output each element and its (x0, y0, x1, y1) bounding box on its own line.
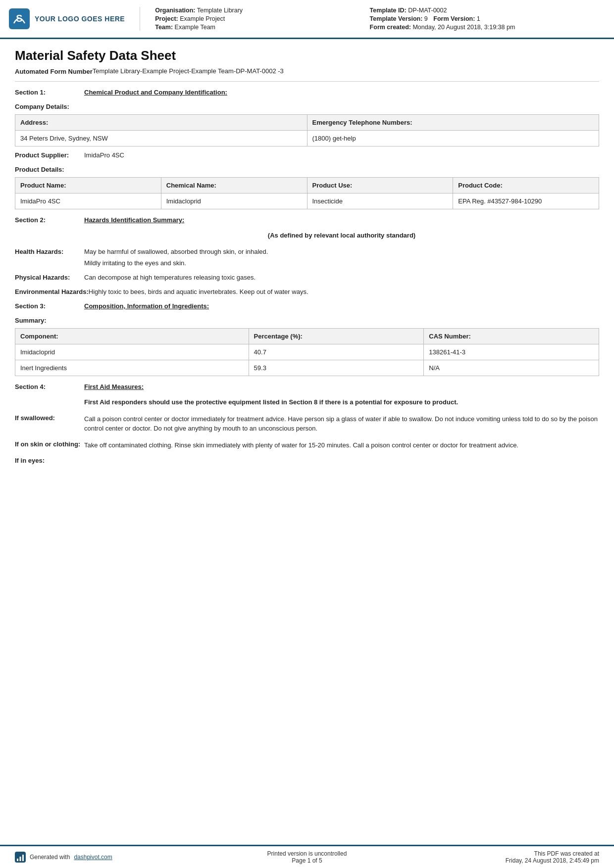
company-details-heading: Company Details: (15, 103, 599, 110)
team-row: Team: Example Team (155, 24, 369, 31)
product-details-row: ImidaPro 4SC Imidacloprid Insecticide EP… (15, 193, 599, 209)
firstaid-eyes-value (84, 457, 599, 464)
section2-row: Section 2: Hazards Identification Summar… (15, 216, 599, 224)
logo-area: S YOUR LOGO GOES HERE (9, 7, 140, 31)
section3-label: Section 3: (15, 302, 84, 310)
firstaid-skin-value: Take off contaminated clothing. Rinse sk… (84, 440, 599, 450)
footer-left: Generated with dashpivot.com (15, 852, 209, 863)
svg-rect-4 (20, 857, 21, 861)
section3-title: Composition, Information of Ingredients: (84, 302, 209, 310)
form-created-row: Form created: Monday, 20 August 2018, 3:… (370, 24, 584, 31)
summary-table: Component: Percentage (%): CAS Number: I… (15, 328, 599, 376)
firstaid-swallowed-label: If swallowed: (15, 414, 84, 434)
logo-text: YOUR LOGO GOES HERE (35, 15, 125, 23)
firstaid-skin-row: If on skin or clothing: Take off contami… (15, 440, 599, 450)
footer-right-line1: This PDF was created at (405, 850, 599, 857)
environmental-hazard-line1: Highly toxic to bees, birds and aquatic … (89, 288, 599, 295)
section3-row: Section 3: Composition, Information of I… (15, 302, 599, 310)
physical-hazard-row: Physical Hazards: Can decompose at high … (15, 274, 599, 281)
document-title: Material Safety Data Sheet (15, 48, 599, 63)
form-created-label: Form created: (370, 24, 411, 31)
section4-row: Section 4: First Aid Measures: (15, 383, 599, 390)
template-id-value: DP-MAT-0002 (408, 7, 447, 14)
environmental-hazard-value: Highly toxic to bees, birds and aquatic … (89, 288, 599, 295)
product-code-header: Product Code: (453, 178, 599, 193)
firstaid-eyes-row: If in eyes: (15, 457, 599, 464)
template-version-label: Template Version: (370, 15, 423, 22)
cas-header: CAS Number: (424, 329, 599, 344)
content: Material Safety Data Sheet Automated For… (0, 39, 614, 845)
project-value: Example Project (180, 15, 225, 22)
footer-center-line1: Printed version is uncontrolled (209, 850, 404, 857)
component-header: Component: (15, 329, 249, 344)
product-name-header: Product Name: (15, 178, 161, 193)
page: S YOUR LOGO GOES HERE Organisation: Temp… (0, 0, 614, 868)
header-meta-left: Organisation: Template Library Project: … (155, 7, 369, 31)
section4-title: First Aid Measures: (84, 383, 144, 390)
physical-hazard-label: Physical Hazards: (15, 274, 84, 281)
address-header: Address: (15, 115, 307, 131)
svg-rect-3 (17, 859, 18, 861)
footer-generated-text: Generated with (30, 854, 70, 861)
footer-logo-icon (15, 852, 26, 863)
svg-rect-5 (22, 855, 24, 861)
team-value: Example Team (175, 24, 215, 31)
product-supplier-label: Product Supplier: (15, 151, 84, 159)
footer-right: This PDF was created at Friday, 24 Augus… (405, 850, 599, 864)
section2-title: Hazards Identification Summary: (84, 216, 184, 224)
form-version-label: Form Version: (433, 15, 475, 22)
product-use-header: Product Use: (307, 178, 453, 193)
automated-form-row: Automated Form Number Template Library-E… (15, 67, 599, 76)
firstaid-skin-text: Take off contaminated clothing. Rinse sk… (84, 440, 599, 450)
physical-hazard-value: Can decompose at high temperatures relea… (84, 274, 599, 281)
environmental-hazard-label: Environmental Hazards: (15, 288, 89, 295)
org-value: Template Library (197, 7, 243, 14)
address-value: 34 Peters Drive, Sydney, NSW (15, 131, 307, 146)
component-1: Imidacloprid (15, 344, 249, 360)
footer-center-line2: Page 1 of 5 (209, 857, 404, 864)
section4-label: Section 4: (15, 383, 84, 390)
template-version-row: Template Version: 9 Form Version: 1 (370, 15, 584, 22)
header-meta-right: Template ID: DP-MAT-0002 Template Versio… (370, 7, 584, 31)
physical-hazard-line1: Can decompose at high temperatures relea… (84, 274, 599, 281)
cas-1: 138261-41-3 (424, 344, 599, 360)
section2-subtitle: (As defined by relevant local authority … (84, 232, 599, 239)
section1-title: Chemical Product and Company Identificat… (84, 89, 227, 96)
product-use-value: Insecticide (307, 193, 453, 209)
form-version-value: 1 (477, 15, 480, 22)
percentage-header: Percentage (%): (249, 329, 424, 344)
health-hazard-label: Health Hazards: (15, 248, 84, 267)
health-hazard-line1: May be harmful of swallowed, absorbed th… (84, 248, 599, 255)
project-label: Project: (155, 15, 178, 22)
section1-label: Section 1: (15, 89, 84, 96)
form-created-value: Monday, 20 August 2018, 3:19:38 pm (412, 24, 515, 31)
org-label: Organisation: (155, 7, 195, 14)
template-id-label: Template ID: (370, 7, 407, 14)
summary-heading: Summary: (15, 317, 599, 324)
health-hazard-row: Health Hazards: May be harmful of swallo… (15, 248, 599, 267)
product-supplier-row: Product Supplier: ImidaPro 4SC (15, 151, 599, 159)
product-code-value: EPA Reg. #43527-984-10290 (453, 193, 599, 209)
firstaid-eyes-label: If in eyes: (15, 457, 84, 464)
header-meta: Organisation: Template Library Project: … (140, 7, 599, 31)
footer-dashpivot-link[interactable]: dashpivot.com (74, 854, 112, 861)
template-id-row: Template ID: DP-MAT-0002 (370, 7, 584, 14)
product-supplier-value: ImidaPro 4SC (84, 151, 599, 159)
chemical-name-header: Chemical Name: (161, 178, 307, 193)
health-hazard-value: May be harmful of swallowed, absorbed th… (84, 248, 599, 267)
company-address-row: 34 Peters Drive, Sydney, NSW (1800) get-… (15, 131, 599, 146)
automated-form-value: Template Library-Example Project-Example… (93, 67, 599, 76)
automated-form-label: Automated Form Number (15, 67, 93, 76)
footer-right-line2: Friday, 24 August 2018, 2:45:49 pm (405, 857, 599, 864)
firstaid-swallowed-row: If swallowed: Call a poison control cent… (15, 414, 599, 434)
summary-row-1: Imidacloprid 40.7 138261-41-3 (15, 344, 599, 360)
summary-row-2: Inert Ingredients 59.3 N/A (15, 360, 599, 376)
cas-2: N/A (424, 360, 599, 376)
company-details-table: Address: Emergency Telephone Numbers: 34… (15, 114, 599, 146)
emergency-value: (1800) get-help (307, 131, 599, 146)
product-details-heading: Product Details: (15, 166, 599, 173)
section2-label: Section 2: (15, 216, 84, 224)
section1-row: Section 1: Chemical Product and Company … (15, 89, 599, 96)
percentage-1: 40.7 (249, 344, 424, 360)
product-details-table: Product Name: Chemical Name: Product Use… (15, 177, 599, 209)
